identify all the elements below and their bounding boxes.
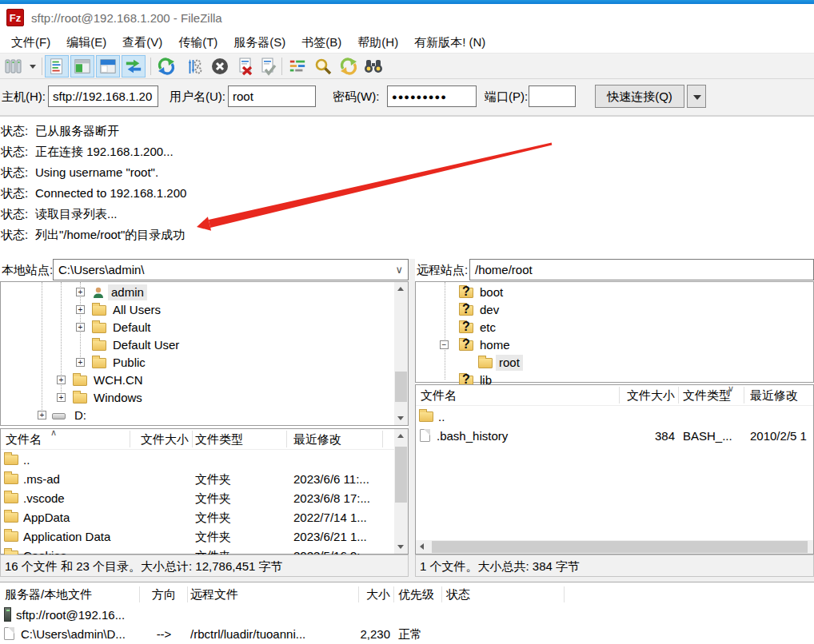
local-tree-item-default-user[interactable]: Default User — [1, 336, 408, 354]
queue-row-transfer[interactable]: C:\Users\admin\D... --> /rbctrl/luadir/t… — [0, 625, 814, 644]
directory-comparison-button[interactable] — [361, 55, 385, 78]
local-tree-item-drive-d[interactable]: D: — [1, 407, 408, 424]
file-row-application-data[interactable]: Application Data 文件夹 2023/6/21 1... — [1, 527, 395, 547]
port-label: 端口(P): — [485, 86, 528, 107]
expander-icon[interactable] — [38, 411, 46, 419]
message-log: 状态:已从服务器断开 状态:正在连接 192.168.1.200... 状态:U… — [0, 116, 814, 248]
filter-icon — [288, 58, 307, 75]
find-files-button[interactable] — [311, 55, 335, 78]
toggle-transfer-queue-button[interactable] — [122, 55, 146, 78]
remote-tree-item-dev[interactable]: dev — [416, 301, 813, 319]
local-tree-scrollbar[interactable] — [394, 282, 408, 425]
menu-server[interactable]: 服务器(S) — [225, 34, 293, 52]
local-tree-item-windows[interactable]: Windows — [1, 389, 408, 407]
site-manager-button[interactable] — [2, 55, 26, 78]
scrollbar-thumb[interactable] — [432, 541, 808, 553]
synchronized-browsing-button[interactable] — [337, 55, 361, 78]
menu-file[interactable]: 文件(F) — [3, 34, 58, 52]
expander-icon[interactable] — [76, 288, 85, 296]
cancel-operation-button[interactable] — [208, 55, 232, 78]
scroll-up-icon[interactable] — [394, 282, 408, 296]
file-row-vscode[interactable]: .vscode 文件夹 2023/6/8 17:... — [1, 489, 395, 508]
password-input[interactable] — [387, 85, 477, 107]
remote-tree-item-home[interactable]: home — [416, 336, 813, 354]
quickconnect-dropdown[interactable] — [687, 85, 706, 108]
remote-tree-item-root[interactable]: root — [416, 354, 813, 372]
column-header-filesize[interactable]: 文件大小 — [131, 429, 189, 449]
menu-bookmarks[interactable]: 书签(B) — [293, 34, 349, 52]
menu-help[interactable]: 帮助(H) — [349, 34, 406, 52]
queue-header-remote-file[interactable]: 远程文件 — [190, 584, 238, 604]
filezilla-logo-icon: Fz — [6, 9, 24, 26]
quickconnect-button[interactable]: 快速连接(Q) — [595, 85, 684, 108]
expander-icon[interactable] — [76, 305, 85, 314]
expander-icon[interactable] — [57, 393, 66, 402]
filter-button[interactable] — [285, 55, 309, 78]
vertical-splitter[interactable] — [409, 259, 415, 577]
file-row-ms-ad[interactable]: .ms-ad 文件夹 2023/6/6 11:... — [1, 470, 395, 489]
scrollbar-thumb[interactable] — [395, 372, 407, 402]
remote-site-value: /home/root — [475, 263, 533, 276]
column-header-modified[interactable]: 最近修改 — [293, 429, 380, 449]
scrollbar-thumb[interactable] — [395, 447, 407, 503]
folder-icon — [92, 340, 106, 351]
queue-header-status[interactable]: 状态 — [446, 584, 470, 604]
menu-edit[interactable]: 编辑(E) — [58, 34, 114, 52]
expander-icon[interactable] — [76, 323, 85, 332]
queue-row-server[interactable]: sftp://root@192.16... — [0, 606, 814, 625]
menu-transfer[interactable]: 传输(T) — [170, 34, 225, 52]
scroll-up-icon[interactable] — [394, 429, 408, 443]
remote-site-combo[interactable]: /home/root — [469, 259, 814, 280]
column-header-modified[interactable]: 最近修改 — [750, 385, 812, 405]
toggle-local-tree-button[interactable] — [70, 55, 94, 78]
toggle-log-view-button[interactable] — [45, 55, 69, 78]
menu-new-version[interactable]: 有新版本! (N) — [406, 34, 493, 52]
refresh-icon — [157, 57, 176, 76]
disconnect-button[interactable] — [233, 55, 257, 78]
host-input[interactable] — [48, 85, 158, 107]
expander-icon[interactable] — [440, 340, 449, 349]
local-tree-item-wch-cn[interactable]: WCH.CN — [1, 372, 408, 389]
scroll-down-icon[interactable] — [394, 540, 408, 554]
local-tree-item-public[interactable]: Public — [1, 354, 408, 372]
local-pane-icon — [74, 58, 91, 75]
transfer-settings-button[interactable] — [181, 55, 205, 78]
queue-header-size[interactable]: 大小 — [361, 584, 390, 604]
file-row-parent[interactable]: .. — [1, 451, 395, 470]
remote-tree-item-boot[interactable]: boot — [416, 284, 813, 301]
column-header-filename[interactable]: 文件名 — [6, 429, 126, 449]
username-input[interactable] — [228, 85, 316, 107]
column-separator — [744, 387, 744, 403]
column-header-filetype[interactable]: 文件类型 — [195, 429, 281, 449]
toggle-remote-tree-button[interactable] — [96, 55, 120, 78]
file-row-bash-history[interactable]: .bash_history 384 BASH_... 2010/2/5 1 — [416, 427, 813, 446]
sync-browsing-icon — [339, 57, 358, 76]
local-tree-item-admin[interactable]: admin — [1, 284, 408, 301]
menu-view[interactable]: 查看(V) — [114, 34, 170, 52]
local-list-scrollbar[interactable] — [394, 429, 408, 554]
unknown-folder-icon — [459, 288, 473, 298]
refresh-button[interactable] — [154, 55, 178, 78]
expander-icon[interactable] — [57, 376, 66, 384]
local-site-combo[interactable]: C:\Users\admin\ — [53, 259, 409, 280]
expander-icon[interactable] — [76, 358, 85, 367]
site-manager-dropdown[interactable] — [27, 55, 38, 78]
file-row-parent[interactable]: .. — [416, 407, 813, 427]
chevron-down-icon[interactable] — [395, 260, 403, 280]
remote-list-hscrollbar[interactable] — [416, 540, 813, 554]
local-tree-item-all-users[interactable]: All Users — [1, 301, 408, 319]
column-header-filesize[interactable]: 文件大小 — [622, 385, 675, 405]
queue-header-priority[interactable]: 优先级 — [398, 584, 434, 604]
scroll-down-icon[interactable] — [394, 411, 408, 425]
remote-tree-item-etc[interactable]: etc — [416, 319, 813, 336]
folder-icon — [92, 323, 106, 333]
queue-header-local-file[interactable]: 服务器/本地文件 — [5, 584, 92, 604]
local-tree-item-default[interactable]: Default — [1, 319, 408, 336]
scroll-left-icon[interactable] — [416, 540, 429, 554]
column-separator — [382, 431, 383, 447]
reconnect-button[interactable] — [256, 55, 280, 78]
port-input[interactable] — [529, 85, 576, 107]
file-row-appdata[interactable]: AppData 文件夹 2022/7/14 1... — [1, 508, 395, 527]
column-header-filename[interactable]: 文件名 — [421, 385, 565, 405]
queue-header-direction[interactable]: 方向 — [142, 584, 186, 604]
